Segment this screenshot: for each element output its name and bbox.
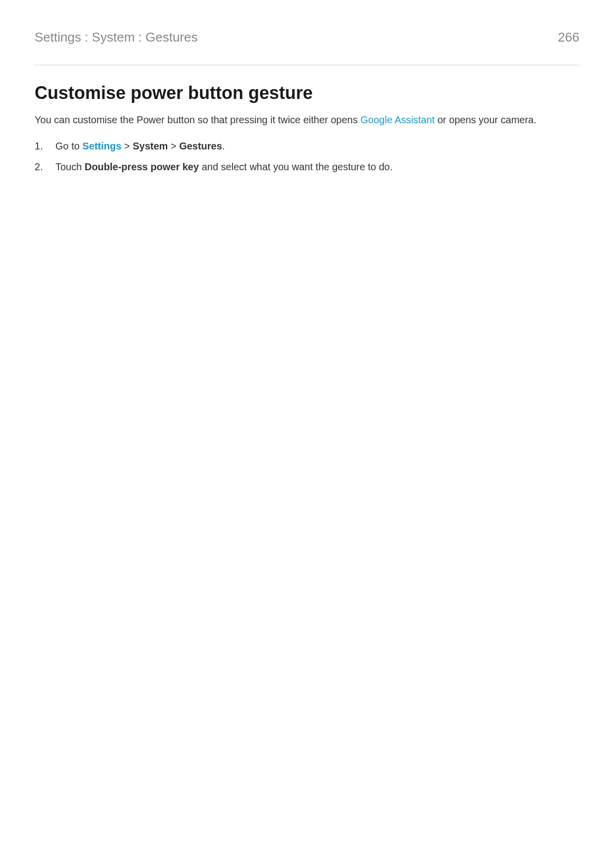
step2-prefix: Touch [55, 161, 85, 172]
step1-suffix: . [222, 141, 225, 151]
intro-text-1: You can customise the Power button so th… [35, 114, 361, 125]
step2-bold: Double-press power key [85, 161, 199, 172]
settings-link[interactable]: Settings [82, 141, 121, 151]
google-assistant-link[interactable]: Google Assistant [361, 114, 435, 125]
page-title: Customise power button gesture [35, 83, 579, 103]
page-number: 266 [558, 30, 579, 45]
step-1: Go to Settings > System > Gestures. [35, 138, 579, 154]
intro-text-2: or opens your camera. [435, 114, 537, 125]
page-header: Settings : System : Gestures 266 [35, 30, 579, 65]
step1-sep1: > [121, 141, 133, 151]
breadcrumb: Settings : System : Gestures [35, 30, 197, 45]
step1-system: System [133, 141, 168, 151]
step2-suffix: and select what you want the gesture to … [199, 161, 392, 172]
step-2: Touch Double-press power key and select … [35, 159, 579, 175]
steps-list: Go to Settings > System > Gestures. Touc… [35, 138, 579, 175]
step1-prefix: Go to [55, 141, 82, 151]
step1-sep2: > [168, 141, 179, 151]
intro-paragraph: You can customise the Power button so th… [35, 112, 579, 127]
step1-gestures: Gestures [179, 141, 222, 151]
